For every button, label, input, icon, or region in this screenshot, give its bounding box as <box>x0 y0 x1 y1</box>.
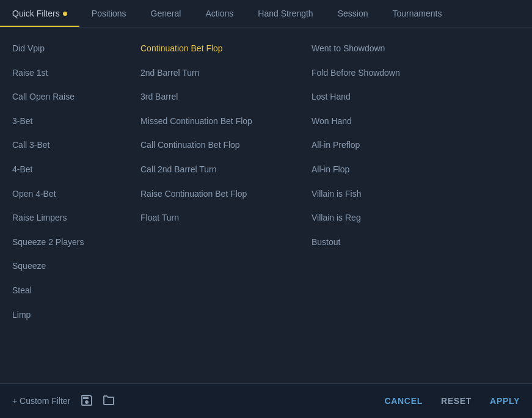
custom-filter-button[interactable]: + Custom Filter <box>12 396 70 406</box>
filter-item-call-open-raise[interactable]: Call Open Raise <box>0 85 128 109</box>
column-2: Continuation Bet Flop2nd Barrel Turn3rd … <box>128 34 299 377</box>
filter-item-squeeze[interactable]: Squeeze <box>0 254 128 279</box>
bottom-left-actions: + Custom Filter <box>12 395 384 408</box>
nav-item-positions[interactable]: Positions <box>79 0 139 27</box>
top-navigation: Quick FiltersPositionsGeneralActionsHand… <box>0 0 532 28</box>
nav-item-hand-strength[interactable]: Hand Strength <box>246 0 325 27</box>
bottom-bar: + Custom Filter CANCEL RESET APPLY <box>0 383 532 418</box>
filter-item-continuation-bet-flop[interactable]: Continuation Bet Flop <box>128 37 299 61</box>
filter-item-call-2nd-barrel-turn[interactable]: Call 2nd Barrel Turn <box>128 158 299 182</box>
active-dot <box>63 12 67 16</box>
filter-item-float-turn[interactable]: Float Turn <box>128 206 299 230</box>
column-3: Went to ShowdownFold Before ShowdownLost… <box>299 34 532 377</box>
filter-item-raise-continuation-bet-flop[interactable]: Raise Continuation Bet Flop <box>128 182 299 207</box>
filter-item-2nd-barrel-turn[interactable]: 2nd Barrel Turn <box>128 61 299 86</box>
main-content: Did VpipRaise 1stCall Open Raise3-BetCal… <box>0 28 532 383</box>
filter-item-villain-is-reg[interactable]: Villain is Reg <box>299 206 532 230</box>
save-icon-button[interactable] <box>81 395 92 408</box>
nav-item-general[interactable]: General <box>139 0 194 27</box>
filter-item-did-vpip[interactable]: Did Vpip <box>0 37 128 61</box>
reset-button[interactable]: RESET <box>441 396 472 406</box>
filter-item-raise-1st[interactable]: Raise 1st <box>0 61 128 86</box>
filter-item-all-in-flop[interactable]: All-in Flop <box>299 158 532 182</box>
filter-item-open-4-bet[interactable]: Open 4-Bet <box>0 182 128 207</box>
filter-item-won-hand[interactable]: Won Hand <box>299 109 532 134</box>
filter-item-limp[interactable]: Limp <box>0 303 128 328</box>
filter-item-lost-hand[interactable]: Lost Hand <box>299 85 532 109</box>
filter-item-3-bet[interactable]: 3-Bet <box>0 109 128 134</box>
filter-item-went-to-showdown[interactable]: Went to Showdown <box>299 37 532 61</box>
nav-item-session[interactable]: Session <box>326 0 381 27</box>
filter-item-villain-is-fish[interactable]: Villain is Fish <box>299 182 532 207</box>
filter-item-fold-before-showdown[interactable]: Fold Before Showdown <box>299 61 532 86</box>
filter-item-missed-continuation-bet-flop[interactable]: Missed Continuation Bet Flop <box>128 109 299 134</box>
nav-item-tournaments[interactable]: Tournaments <box>380 0 454 27</box>
filter-item-4-bet[interactable]: 4-Bet <box>0 158 128 182</box>
nav-item-quick-filters[interactable]: Quick Filters <box>0 0 79 27</box>
filter-item-call-3-bet[interactable]: Call 3-Bet <box>0 133 128 158</box>
cancel-button[interactable]: CANCEL <box>384 396 423 406</box>
filter-item-3rd-barrel[interactable]: 3rd Barrel <box>128 85 299 109</box>
open-icon-button[interactable] <box>103 395 114 408</box>
column-1: Did VpipRaise 1stCall Open Raise3-BetCal… <box>0 34 128 377</box>
filter-item-call-continuation-bet-flop[interactable]: Call Continuation Bet Flop <box>128 133 299 158</box>
custom-filter-label: + Custom Filter <box>12 396 70 406</box>
filter-columns: Did VpipRaise 1stCall Open Raise3-BetCal… <box>0 34 532 377</box>
bottom-right-actions: CANCEL RESET APPLY <box>384 396 520 406</box>
nav-item-actions[interactable]: Actions <box>193 0 246 27</box>
filter-item-raise-limpers[interactable]: Raise Limpers <box>0 206 128 230</box>
filter-item-steal[interactable]: Steal <box>0 279 128 303</box>
filter-item-all-in-preflop[interactable]: All-in Preflop <box>299 133 532 158</box>
filter-item-bustout[interactable]: Bustout <box>299 230 532 255</box>
filter-item-squeeze-2-players[interactable]: Squeeze 2 Players <box>0 230 128 255</box>
apply-button[interactable]: APPLY <box>490 396 520 406</box>
